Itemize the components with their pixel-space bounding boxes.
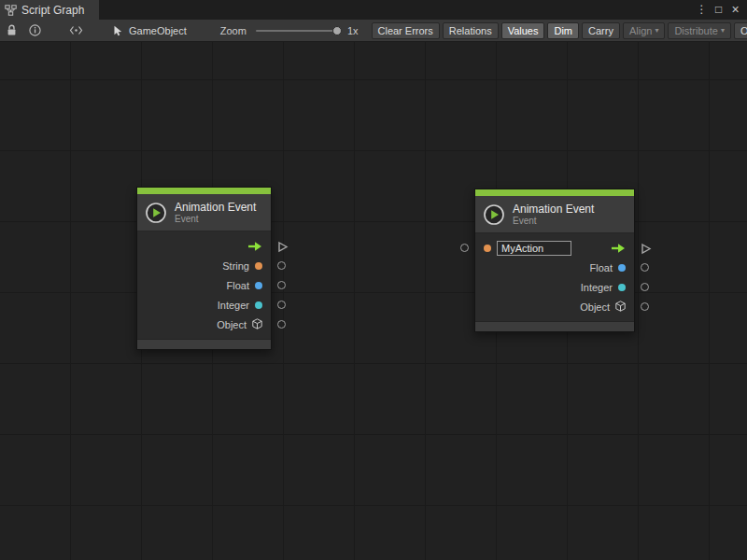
tab-bar: Script Graph ⋮ □ × <box>0 0 747 20</box>
string-output-socket[interactable] <box>277 261 286 270</box>
integer-type-icon <box>255 301 262 309</box>
event-node-icon <box>483 203 505 226</box>
overview-button[interactable]: Overview <box>734 22 747 39</box>
lock-icon[interactable] <box>7 24 17 36</box>
node-title: Animation Event <box>175 201 256 214</box>
dim-toggle-button[interactable]: Dim <box>547 22 579 39</box>
object-output-socket[interactable] <box>641 302 649 311</box>
graph-target[interactable]: GameObject <box>113 25 187 36</box>
node-animation-event-2[interactable]: Animation Event Event <box>474 189 635 332</box>
node-title-block: Animation Event Event <box>513 203 594 227</box>
zoom-slider-handle[interactable] <box>332 26 342 35</box>
integer-type-icon <box>618 284 626 291</box>
graph-target-label: GameObject <box>129 25 187 36</box>
object-cube-icon <box>252 316 262 333</box>
port-row-string: String <box>137 256 271 275</box>
align-button[interactable]: Align ▾ <box>623 22 665 39</box>
distribute-label: Distribute <box>674 25 717 36</box>
node-animation-event-1[interactable]: Animation Event Event <box>136 187 272 350</box>
zoom-value: 1x <box>347 25 359 36</box>
flow-arrow-icon <box>247 241 262 252</box>
port-row-integer: Integer <box>137 295 271 315</box>
float-type-icon <box>618 264 626 272</box>
relations-button[interactable]: Relations <box>443 22 499 39</box>
node-header[interactable]: Animation Event Event <box>137 194 271 231</box>
integer-output-socket[interactable] <box>277 301 286 309</box>
info-icon[interactable] <box>29 24 41 36</box>
graph-icon <box>5 5 17 16</box>
node-body: Float Integer Object <box>475 233 634 321</box>
node-title-block: Animation Event Event <box>175 201 256 225</box>
port-label-float: Float <box>590 262 613 273</box>
event-node-icon <box>145 202 167 224</box>
node-body: String Float Integer Object <box>137 231 271 339</box>
float-output-socket[interactable] <box>641 263 649 272</box>
object-output-socket[interactable] <box>277 320 286 329</box>
distribute-button[interactable]: Distribute ▾ <box>668 22 730 39</box>
float-type-icon <box>255 282 262 289</box>
align-label: Align <box>629 25 652 36</box>
node-footer <box>475 321 634 331</box>
node-footer <box>137 339 271 349</box>
port-label-integer: Integer <box>218 300 249 311</box>
port-label-string: String <box>222 260 249 272</box>
port-row-float: Float <box>137 275 271 295</box>
chevron-down-icon: ▾ <box>721 27 725 35</box>
port-row-object: Object <box>137 315 271 334</box>
graph-toolbar: GameObject Zoom 1x Clear Errors Relation… <box>0 20 747 42</box>
chevron-down-icon: ▾ <box>655 27 658 35</box>
flow-output-socket[interactable] <box>277 240 289 257</box>
integer-output-socket[interactable] <box>641 283 649 291</box>
name-input-socket[interactable] <box>460 244 469 252</box>
flow-arrow-icon <box>611 243 626 254</box>
port-row-flow <box>137 236 271 256</box>
port-label-object: Object <box>217 319 247 330</box>
port-label-float: Float <box>227 280 249 291</box>
zoom-slider[interactable] <box>256 25 342 36</box>
port-row-integer: Integer <box>475 277 634 297</box>
string-type-icon <box>484 245 491 252</box>
values-toggle-button[interactable]: Values <box>501 22 545 39</box>
string-type-icon <box>255 262 262 270</box>
zoom-slider-track <box>256 30 342 32</box>
node-title: Animation Event <box>513 203 594 216</box>
zoom-label: Zoom <box>220 25 247 36</box>
maximize-icon[interactable]: □ <box>712 0 726 20</box>
carry-toggle-button[interactable]: Carry <box>582 22 620 39</box>
node-accent-bar <box>475 189 634 196</box>
port-label-integer: Integer <box>581 282 613 293</box>
tabbar-spacer: ⋮ □ × <box>99 0 747 20</box>
node-subtitle: Event <box>175 214 256 225</box>
node-header[interactable]: Animation Event Event <box>475 196 634 233</box>
script-graph-window: Script Graph ⋮ □ × <box>0 0 747 560</box>
graph-canvas[interactable]: Animation Event Event <box>0 42 747 560</box>
port-row-object: Object <box>475 297 634 316</box>
tab-title: Script Graph <box>21 4 84 17</box>
node-accent-bar <box>137 188 271 194</box>
float-output-socket[interactable] <box>277 281 286 289</box>
close-icon[interactable]: × <box>728 0 742 20</box>
clear-errors-button[interactable]: Clear Errors <box>372 22 440 39</box>
object-cube-icon <box>615 299 626 315</box>
port-row-float: Float <box>475 258 634 277</box>
port-row-name-input <box>475 238 634 258</box>
tab-script-graph[interactable]: Script Graph <box>0 0 99 20</box>
pointer-icon <box>113 25 124 36</box>
node-subtitle: Event <box>513 216 594 227</box>
flow-output-socket[interactable] <box>641 242 652 259</box>
kebab-menu-icon[interactable]: ⋮ <box>695 0 709 20</box>
port-label-object: Object <box>580 301 610 313</box>
action-name-field[interactable] <box>497 241 571 256</box>
graph-inspector-toggle-icon[interactable] <box>69 25 83 35</box>
